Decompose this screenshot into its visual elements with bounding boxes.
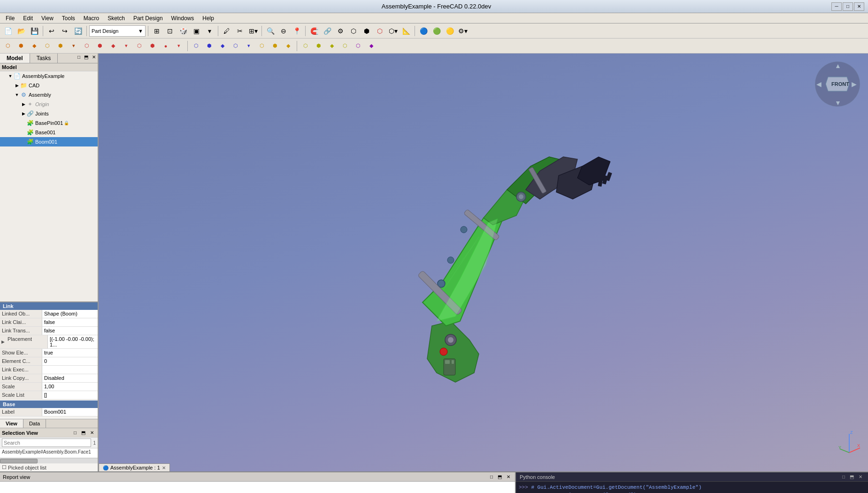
tab-data[interactable]: Data — [23, 419, 46, 428]
3d-viewport[interactable]: ◀ ▶ ▲ ▼ FRONT Z X — [99, 54, 868, 471]
measure-button[interactable]: 📐 — [400, 25, 412, 37]
tree-item-assembly[interactable]: ▼ ⚙ Assembly — [0, 90, 98, 100]
zoom-out-button[interactable]: ⊖ — [277, 25, 290, 37]
draw-style-button[interactable]: 🖊 — [221, 25, 233, 37]
tb2-btn22[interactable]: ◆ — [282, 40, 294, 52]
prop-val-link-trans[interactable]: false — [42, 327, 98, 335]
tab-tasks[interactable]: Tasks — [30, 54, 58, 63]
tb2-btn5[interactable]: ⬢ — [54, 40, 67, 52]
tab-model[interactable]: Model — [0, 54, 30, 63]
part3-button[interactable]: ⬡ — [374, 25, 386, 37]
tree-item-joints[interactable]: ▶ 🔗 Joints — [0, 109, 98, 118]
view-3d-button[interactable]: 🎲 — [177, 25, 189, 37]
python-sync-btn[interactable]: □ — [840, 473, 847, 480]
tb2-btn13[interactable]: ● — [160, 40, 172, 52]
prop-val-scale[interactable]: 1,00 — [42, 383, 98, 391]
tb2-btn12[interactable]: ⬢ — [146, 40, 159, 52]
scrollbar-thumb[interactable] — [0, 459, 38, 463]
tb2-btn23[interactable]: ⬡ — [300, 40, 312, 52]
minimize-button[interactable]: ─ — [831, 2, 842, 11]
menu-view[interactable]: View — [38, 14, 57, 23]
tb2-btn6[interactable]: ▾ — [68, 40, 80, 52]
panel-close-btn[interactable]: ✕ — [90, 54, 98, 63]
placement-expand[interactable]: ▶ — [0, 335, 6, 348]
view-menu-button[interactable]: ⊞▾ — [247, 25, 259, 37]
menu-macro[interactable]: Macro — [80, 14, 103, 23]
tb2-btn28[interactable]: ◆ — [365, 40, 377, 52]
selection-search-input[interactable] — [2, 439, 91, 447]
tab-view[interactable]: View — [0, 419, 23, 428]
prop-val-linked-ob[interactable]: Shape (Boom) — [42, 310, 98, 318]
expand-root[interactable]: ▼ — [8, 73, 13, 79]
tb2-btn27[interactable]: ⬡ — [352, 40, 364, 52]
panel-sync-btn[interactable]: □ — [76, 54, 82, 63]
tb2-btn7[interactable]: ⬡ — [81, 40, 93, 52]
python-close-btn[interactable]: ✕ — [857, 473, 864, 480]
panel-float-btn[interactable]: ⬒ — [82, 54, 90, 63]
prop-val-show-ele[interactable]: true — [42, 349, 98, 357]
zoom-fit-sel-button[interactable]: ⊡ — [164, 25, 176, 37]
expand-assembly[interactable]: ▼ — [14, 92, 20, 98]
view-more-button[interactable]: ▾ — [203, 25, 215, 37]
picked-obj-checkbox[interactable]: ☐ — [2, 464, 7, 470]
view-point-button[interactable]: 📍 — [291, 25, 303, 37]
sel-sync-btn[interactable]: □ — [72, 429, 78, 436]
prop-val-label[interactable]: Boom001 — [42, 408, 98, 416]
tb2-btn18[interactable]: ⬡ — [230, 40, 242, 52]
tree-item-basepin001[interactable]: ▶ 🧩 BasePin001 🔒 — [0, 118, 98, 128]
tb2-btn19[interactable]: ▾ — [243, 40, 255, 52]
sel-close-btn[interactable]: ✕ — [88, 429, 96, 436]
menu-file[interactable]: File — [2, 14, 18, 23]
menu-edit[interactable]: Edit — [19, 14, 37, 23]
settings-button[interactable]: ⚙▾ — [457, 25, 469, 37]
prop-val-elem-c[interactable]: 0 — [42, 357, 98, 365]
new-file-button[interactable]: 📄 — [2, 25, 14, 37]
menu-help[interactable]: Help — [199, 14, 218, 23]
tb2-btn8[interactable]: ⬢ — [94, 40, 106, 52]
undo-button[interactable]: ↩ — [46, 25, 58, 37]
menu-tools[interactable]: Tools — [58, 14, 79, 23]
menu-windows[interactable]: Windows — [168, 14, 198, 23]
part2-button[interactable]: ⬢ — [361, 25, 373, 37]
part4-button[interactable]: ⬡▾ — [387, 25, 399, 37]
zoom-in-button[interactable]: 🔍 — [264, 25, 277, 37]
expand-origin[interactable]: ▶ — [21, 101, 26, 107]
tree-item-base001[interactable]: ▶ 🧩 Base001 — [0, 128, 98, 137]
tb2-btn2[interactable]: ⬢ — [15, 40, 27, 52]
expand-joints[interactable]: ▶ — [21, 111, 26, 116]
prop-val-placement[interactable]: [(-1.00 -0.00 -0.00); 1... — [48, 335, 98, 348]
tb2-btn3[interactable]: ◆ — [28, 40, 40, 52]
assembly-button[interactable]: ⚙ — [334, 25, 346, 37]
link-button[interactable]: 🔗 — [321, 25, 333, 37]
tb2-btn4[interactable]: ⬡ — [41, 40, 54, 52]
report-sync-btn[interactable]: □ — [488, 473, 495, 480]
maximize-button[interactable]: □ — [843, 2, 853, 11]
view-front-button[interactable]: ▣ — [190, 25, 202, 37]
save-file-button[interactable]: 💾 — [28, 25, 40, 37]
python-console-body[interactable]: >>> # Gui.ActiveDocument=Gui.getDocument… — [516, 482, 868, 493]
report-close-btn[interactable]: ✕ — [505, 473, 512, 480]
tb2-btn14[interactable]: ▾ — [173, 40, 185, 52]
viewport-tab-assembly[interactable]: 🔵 AssemblyExample : 1 ✕ — [99, 463, 170, 471]
tb2-btn25[interactable]: ◆ — [326, 40, 338, 52]
tree-item-cad[interactable]: ▶ 📁 CAD — [0, 81, 98, 90]
tb2-btn20[interactable]: ⬡ — [256, 40, 268, 52]
python-float-btn[interactable]: ⬒ — [848, 473, 856, 480]
clipping-button[interactable]: ✂ — [234, 25, 246, 37]
material2-button[interactable]: 🟢 — [430, 25, 443, 37]
tb2-btn1[interactable]: ⬡ — [2, 40, 14, 52]
tb2-btn11[interactable]: ⬡ — [133, 40, 146, 52]
sel-float-btn[interactable]: ⬒ — [79, 429, 87, 436]
open-file-button[interactable]: 📂 — [15, 25, 27, 37]
tb2-btn24[interactable]: ⬢ — [313, 40, 325, 52]
tree-item-boom001[interactable]: ▶ 🧩 Boom001 — [0, 137, 98, 146]
snap-button[interactable]: 🧲 — [308, 25, 320, 37]
zoom-fit-button[interactable]: ⊞ — [151, 25, 163, 37]
tb2-btn15[interactable]: ⬡ — [190, 40, 202, 52]
tb2-btn10[interactable]: ▾ — [120, 40, 132, 52]
menu-part-design[interactable]: Part Design — [130, 14, 167, 23]
material-button[interactable]: 🔵 — [417, 25, 430, 37]
prop-val-link-clai[interactable]: false — [42, 318, 98, 326]
workbench-dropdown[interactable]: Part Design ▼ — [89, 25, 146, 37]
refresh-button[interactable]: 🔄 — [72, 25, 84, 37]
